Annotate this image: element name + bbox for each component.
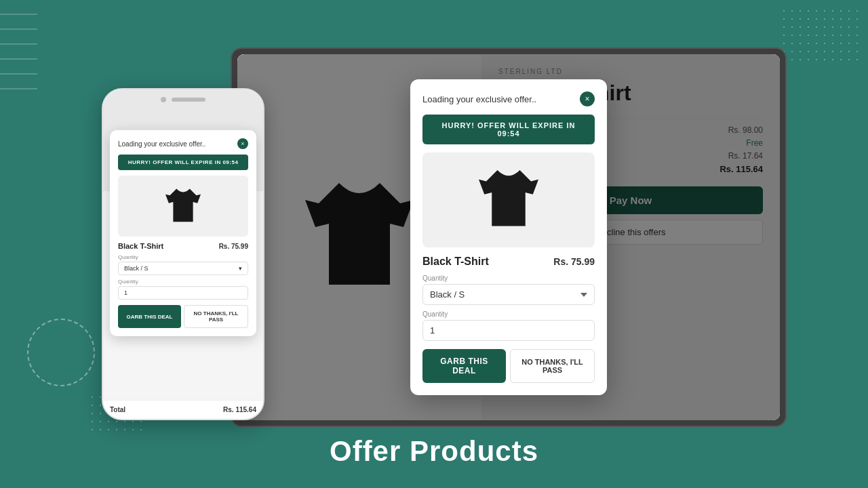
- timer-bar: HURRY! OFFER WILL EXPIRE IN 09:54: [422, 115, 595, 144]
- modal-close-button[interactable]: ×: [580, 92, 595, 106]
- modal-product-name: Black T-Shirt: [422, 256, 489, 268]
- mobile-speaker: [172, 98, 205, 102]
- mobile-bottom-total: Total Rs. 115.64: [103, 400, 263, 419]
- modal-action-buttons: GARB THIS DEAL NO THANKS, I'LL PASS: [422, 349, 595, 383]
- mobile-modal-tshirt-svg: [163, 184, 203, 228]
- modal-product-price: Rs. 75.99: [553, 256, 595, 267]
- mobile-close-button[interactable]: ×: [237, 138, 248, 149]
- mobile-product-image: [118, 176, 248, 237]
- desktop-frame: STERLING LTD Black T-Shirt Subtotal Rs. …: [231, 47, 787, 427]
- mobile-loading-text: Loading your exclusive offer..: [118, 140, 205, 148]
- mobile-garb-deal-button[interactable]: GARB THIS DEAL: [118, 305, 181, 328]
- mobile-total-row: Total Rs. 115.64: [110, 406, 256, 413]
- desktop-inner: STERLING LTD Black T-Shirt Subtotal Rs. …: [237, 54, 780, 420]
- modal-loading-text: Loading your exclusive offer..: [422, 94, 536, 104]
- modal-product-image: [422, 152, 595, 247]
- mobile-notch: [103, 89, 263, 110]
- mobile-body: Loading your exclusive offer.. × HURRY! …: [103, 110, 263, 419]
- modal-product-row: Black T-Shirt Rs. 75.99: [422, 256, 595, 268]
- page-title: Offer Products: [330, 435, 538, 468]
- variant-label: Quantity: [422, 274, 595, 282]
- variant-select[interactable]: Black / S: [422, 284, 595, 305]
- desktop-modal: Loading your exclusive offer.. × HURRY! …: [410, 79, 607, 395]
- no-thanks-button[interactable]: NO THANKS, I'LL PASS: [510, 349, 595, 383]
- mobile-chevron-down-icon: ▾: [239, 265, 242, 272]
- mobile-product-name: Black T-Shirt: [118, 242, 163, 250]
- garb-deal-button[interactable]: GARB THIS DEAL: [422, 349, 506, 383]
- mobile-product-row: Black T-Shirt Rs. 75.99: [118, 242, 248, 250]
- qty-label: Quantity: [422, 310, 595, 318]
- mobile-modal-header: Loading your exclusive offer.. ×: [118, 138, 248, 149]
- mobile-frame: Loading your exclusive offer.. × HURRY! …: [102, 88, 264, 420]
- mobile-action-buttons: GARB THIS DEAL NO THANKS, I'LL PASS: [118, 305, 248, 328]
- mobile-variant-value: Black / S: [124, 265, 149, 272]
- dashed-circle-decoration: [27, 319, 95, 386]
- mobile-variant-label: Quantity: [118, 254, 248, 260]
- mobile-timer-bar: HURRY! OFFER WILL EXPIRE IN 09:54: [118, 155, 248, 170]
- bg-lines-left: [0, 14, 37, 149]
- modal-tshirt-svg: [475, 163, 542, 237]
- modal-header: Loading your exclusive offer.. ×: [422, 92, 595, 106]
- mobile-no-thanks-button[interactable]: NO THANKS, I'LL PASS: [184, 305, 248, 328]
- desktop-content: STERLING LTD Black T-Shirt Subtotal Rs. …: [237, 54, 780, 420]
- mobile-variant-select[interactable]: Black / S ▾: [118, 262, 248, 275]
- mobile-qty-input[interactable]: 1: [118, 286, 248, 300]
- mobile-camera: [161, 97, 166, 102]
- mobile-product-price: Rs. 75.99: [219, 243, 248, 250]
- mobile-modal: Loading your exclusive offer.. × HURRY! …: [110, 130, 256, 336]
- qty-input[interactable]: [422, 320, 595, 341]
- mobile-total-label: Total: [110, 406, 125, 413]
- mobile-qty-value: 1: [124, 289, 127, 296]
- mobile-total-value: Rs. 115.64: [223, 406, 256, 413]
- mobile-qty-label: Quantity: [118, 279, 248, 285]
- bg-dots-top-right: [780, 7, 861, 61]
